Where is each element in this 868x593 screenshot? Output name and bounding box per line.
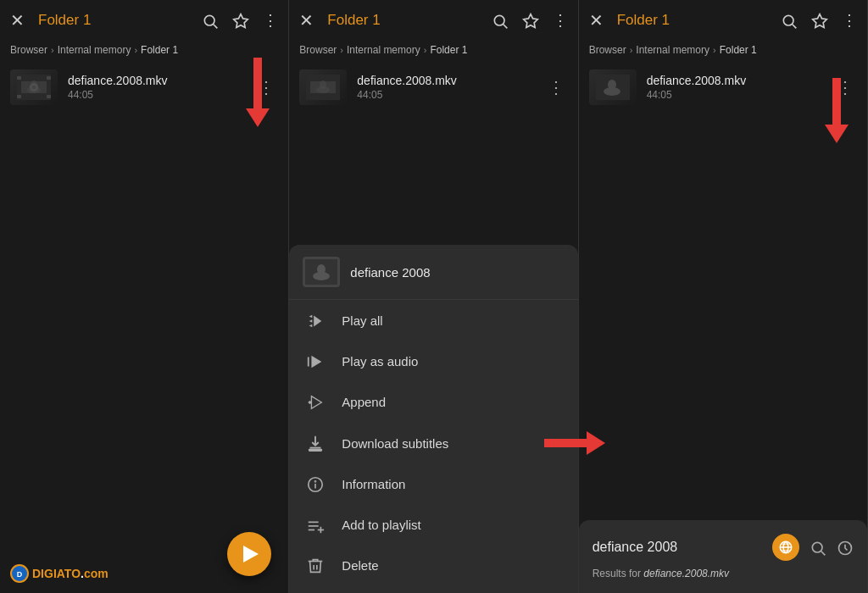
menu-item-append[interactable]: Append (289, 382, 577, 423)
sep-3a: › (630, 45, 633, 55)
file-info-1: defiance.2008.mkv 44:05 (68, 74, 254, 101)
menu-item-play-all[interactable]: Play all (289, 300, 577, 341)
context-menu-header: defiance 2008 (289, 245, 577, 300)
append-icon (306, 393, 330, 412)
results-filename: defiance.2008.mkv (643, 568, 729, 579)
file-name-2: defiance.2008.mkv (357, 74, 543, 87)
breadcrumb-browser-1[interactable]: Browser (10, 44, 47, 56)
svg-marker-2 (234, 14, 248, 27)
file-duration-3: 44:05 (647, 89, 833, 101)
file-more-button-2[interactable]: ⋮ (544, 74, 568, 101)
brand-logo: D (10, 564, 29, 583)
star-icon-2[interactable] (522, 11, 539, 29)
results-label: Results for (593, 568, 644, 579)
subtitle-search-icon[interactable] (810, 538, 826, 557)
search-icon-3[interactable] (781, 11, 798, 29)
star-icon-3[interactable] (811, 11, 828, 29)
file-item-1[interactable]: defiance.2008.mkv 44:05 ⋮ (0, 63, 288, 112)
subtitle-results-text: Results for defiance.2008.mkv (593, 568, 854, 579)
more-icon-3[interactable]: ⋮ (842, 11, 857, 30)
svg-line-47 (821, 551, 826, 556)
close-button-3[interactable]: ✕ (589, 10, 604, 30)
search-icon-1[interactable] (202, 11, 219, 29)
svg-line-16 (503, 24, 507, 28)
menu-item-download-subtitles[interactable]: Download subtitles (289, 423, 577, 463)
play-icon-fab (243, 546, 259, 563)
menu-label-information: Information (342, 477, 405, 491)
star-icon-1[interactable] (232, 11, 249, 29)
file-thumbnail-3 (589, 69, 637, 105)
sep-2b: › (424, 45, 427, 55)
subtitle-title: defiance 2008 (593, 540, 765, 555)
sep-1b: › (134, 45, 137, 55)
sep-1a: › (51, 45, 54, 55)
delete-icon (306, 557, 330, 575)
more-icon-1[interactable]: ⋮ (263, 11, 278, 30)
subtitle-header: defiance 2008 (593, 534, 854, 561)
breadcrumb-memory-3[interactable]: Internal memory (636, 44, 709, 56)
play-fab[interactable] (227, 532, 271, 576)
svg-point-33 (315, 480, 316, 481)
file-info-3: defiance.2008.mkv 44:05 (647, 74, 833, 101)
svg-point-24 (317, 264, 326, 274)
file-thumbnail-2 (299, 69, 347, 105)
file-duration-1: 44:05 (68, 89, 254, 101)
file-name-3: defiance.2008.mkv (647, 74, 833, 87)
subtitle-history-icon[interactable] (837, 538, 854, 557)
close-button-2[interactable]: ✕ (299, 10, 314, 30)
menu-label-append: Append (342, 395, 386, 409)
svg-marker-25 (312, 355, 322, 368)
menu-item-delete[interactable]: Delete (289, 546, 577, 586)
globe-icon[interactable] (772, 534, 799, 561)
svg-rect-10 (47, 95, 51, 98)
svg-point-44 (608, 80, 616, 90)
file-more-button-1[interactable]: ⋮ (254, 74, 278, 101)
search-icon-2[interactable] (492, 11, 509, 29)
file-item-2[interactable]: defiance.2008.mkv 44:05 ⋮ (289, 63, 577, 112)
svg-rect-8 (17, 95, 21, 98)
breadcrumb-browser-2[interactable]: Browser (299, 44, 337, 56)
context-menu-title: defiance 2008 (350, 265, 430, 280)
breadcrumb-browser-3[interactable]: Browser (589, 44, 626, 56)
breadcrumb-memory-1[interactable]: Internal memory (58, 44, 131, 56)
folder-title-2: Folder 1 (327, 12, 477, 29)
panel-3: ✕ Folder 1 ⋮ Browser › Internal memory ›… (579, 0, 868, 593)
toolbar-1: ✕ Folder 1 ⋮ (0, 0, 288, 41)
sep-3b: › (713, 45, 716, 55)
close-button-1[interactable]: ✕ (10, 10, 25, 30)
folder-title-3: Folder 1 (617, 12, 767, 29)
breadcrumb-1: Browser › Internal memory › Folder 1 (0, 41, 288, 63)
breadcrumb-memory-2[interactable]: Internal memory (347, 44, 420, 56)
file-duration-2: 44:05 (357, 89, 543, 101)
information-icon (306, 474, 330, 493)
svg-marker-41 (813, 14, 827, 27)
subtitle-panel: defiance 2008 Results (579, 520, 867, 593)
brand-text: DIGIATO.com (32, 567, 108, 580)
svg-marker-27 (312, 396, 322, 409)
menu-item-add-playlist[interactable]: Add to playlist (289, 505, 577, 546)
svg-rect-9 (47, 76, 51, 80)
add-playlist-icon (306, 516, 330, 535)
svg-point-39 (783, 15, 793, 25)
play-all-icon (306, 311, 330, 330)
svg-text:D: D (17, 570, 23, 579)
svg-line-1 (214, 24, 218, 28)
file-thumbnail-1 (10, 69, 58, 105)
breadcrumb-folder-2: Folder 1 (430, 44, 467, 56)
menu-item-play-audio[interactable]: Play as audio (289, 341, 577, 382)
menu-label-play-all: Play all (342, 313, 382, 328)
svg-rect-30 (309, 450, 322, 452)
menu-label-add-playlist: Add to playlist (342, 518, 420, 532)
svg-line-40 (793, 24, 797, 28)
file-item-3[interactable]: defiance.2008.mkv 44:05 ⋮ (579, 63, 867, 112)
breadcrumb-3: Browser › Internal memory › Folder 1 (579, 41, 867, 63)
more-icon-2[interactable]: ⋮ (553, 11, 568, 30)
context-menu: defiance 2008 Play all Play as audio (289, 245, 577, 593)
menu-item-information[interactable]: Information (289, 463, 577, 504)
file-more-button-3[interactable]: ⋮ (833, 74, 857, 101)
toolbar-3: ✕ Folder 1 ⋮ (579, 0, 867, 41)
svg-point-12 (31, 80, 37, 89)
file-info-2: defiance.2008.mkv 44:05 (357, 74, 543, 101)
panel-2: ✕ Folder 1 ⋮ Browser › Internal memory ›… (289, 0, 578, 593)
breadcrumb-folder-3: Folder 1 (720, 44, 757, 56)
